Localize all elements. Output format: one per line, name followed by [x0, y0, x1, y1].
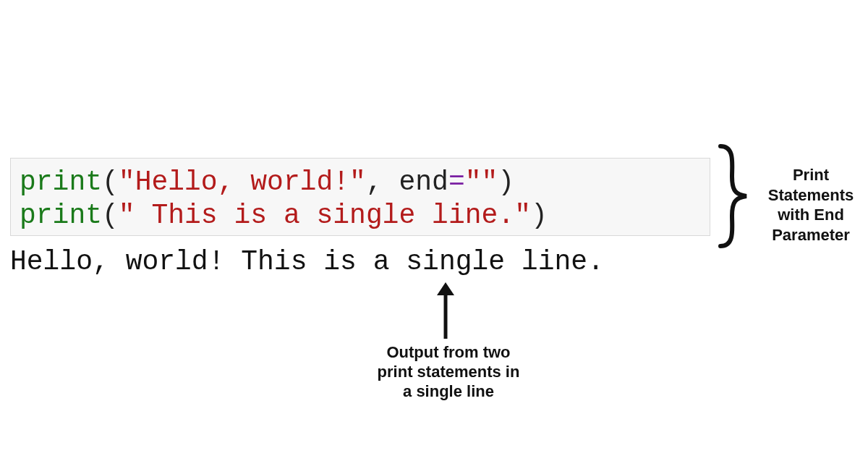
- arrow-up-icon: [431, 282, 460, 340]
- annotation-right: Print Statements with End Parameter: [757, 165, 865, 245]
- svg-marker-1: [437, 282, 454, 295]
- code-comma-1: ,: [366, 166, 399, 198]
- annotation-bottom: Output from two print statements in a si…: [376, 343, 521, 401]
- code-open-2: (: [102, 200, 119, 231]
- code-string-2: " This is a single line.": [119, 200, 531, 231]
- code-func-1: print: [20, 166, 102, 198]
- code-open-1: (: [102, 166, 119, 198]
- code-op-1: =: [448, 166, 465, 198]
- output-text: Hello, world! This is a single line.: [10, 246, 604, 277]
- code-value-1: "": [465, 166, 498, 198]
- brace-icon: [715, 142, 749, 250]
- code-string-1: "Hello, world!": [119, 166, 366, 198]
- code-close-2: ): [531, 200, 548, 231]
- code-block: print("Hello, world!", end="") print(" T…: [10, 158, 710, 236]
- code-func-2: print: [20, 200, 102, 231]
- code-param-1: end: [399, 166, 448, 198]
- code-close-1: ): [498, 166, 514, 198]
